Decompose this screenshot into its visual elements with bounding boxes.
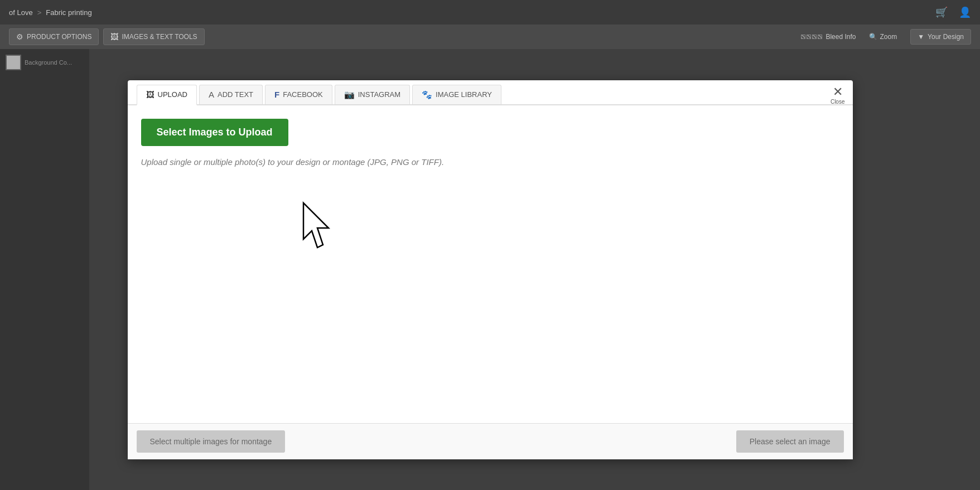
top-bar: of Love > Fabric printing 🛒 👤 [0, 0, 980, 25]
upload-tab-icon: 🖼 [146, 90, 155, 99]
svg-marker-0 [303, 203, 329, 248]
image-icon: 🖼 [110, 32, 118, 41]
please-select-image-label: Please select an image [750, 437, 831, 446]
your-design-label: Your Design [928, 33, 964, 41]
gear-icon: ⚙ [16, 32, 23, 41]
facebook-tab-label: FACEBOOK [283, 90, 323, 99]
close-label: Close [831, 99, 845, 105]
instagram-tab-icon: 📷 [344, 90, 355, 100]
modal-overlay: ✕ Close 🖼 UPLOAD A ADD TEXT f FACEBOOK [0, 49, 980, 490]
zoom-label: Zoom [880, 33, 897, 41]
tab-facebook[interactable]: f FACEBOOK [265, 85, 332, 104]
bleed-info-label: Bleed Info [825, 33, 856, 41]
upload-hint: Upload single or multiple photo(s) to yo… [141, 157, 839, 167]
modal-body: Select Images to Upload Upload single or… [128, 105, 853, 423]
product-options-label: PRODUCT OPTIONS [27, 33, 91, 41]
second-toolbar: ⚙ PRODUCT OPTIONS 🖼 IMAGES & TEXT TOOLS … [0, 25, 980, 49]
your-design-button[interactable]: ▼ Your Design [910, 29, 971, 45]
zoom-button[interactable]: 🔍 Zoom [869, 33, 897, 41]
main-area: Background Co... ✕ Close 🖼 UPLOAD A ADD … [0, 49, 980, 490]
bleed-info: Bleed Info [801, 33, 856, 41]
add-text-tab-label: ADD TEXT [218, 90, 253, 99]
upload-tab-label: UPLOAD [158, 90, 187, 99]
select-multiple-button[interactable]: Select multiple images for montage [137, 430, 286, 453]
modal-tabs: 🖼 UPLOAD A ADD TEXT f FACEBOOK 📷 INSTAGR… [128, 80, 853, 105]
cart-icon[interactable]: 🛒 [935, 6, 948, 18]
top-bar-right: 🛒 👤 [935, 6, 971, 18]
user-icon[interactable]: 👤 [959, 6, 971, 18]
breadcrumb: of Love > Fabric printing [9, 8, 92, 17]
images-text-tools-label: IMAGES & TEXT TOOLS [122, 33, 197, 41]
dropdown-icon: ▼ [918, 33, 924, 41]
images-text-tools-button[interactable]: 🖼 IMAGES & TEXT TOOLS [103, 28, 204, 45]
tab-instagram[interactable]: 📷 INSTAGRAM [335, 85, 410, 104]
zoom-icon: 🔍 [869, 33, 877, 41]
tab-upload[interactable]: 🖼 UPLOAD [137, 85, 197, 105]
breadcrumb-part1: of Love [9, 8, 33, 17]
tab-image-library[interactable]: 🐾 IMAGE LIBRARY [412, 85, 501, 104]
close-icon: ✕ [833, 86, 843, 98]
image-library-tab-label: IMAGE LIBRARY [436, 90, 492, 99]
instagram-tab-label: INSTAGRAM [358, 90, 400, 99]
breadcrumb-part2: Fabric printing [46, 8, 91, 17]
close-button[interactable]: ✕ Close [831, 86, 845, 105]
modal-dialog: ✕ Close 🖼 UPLOAD A ADD TEXT f FACEBOOK [128, 80, 853, 459]
breadcrumb-separator: > [37, 8, 42, 17]
add-text-tab-icon: A [209, 90, 214, 99]
select-multiple-label: Select multiple images for montage [150, 437, 272, 446]
tab-add-text[interactable]: A ADD TEXT [199, 85, 263, 104]
facebook-tab-icon: f [274, 90, 279, 99]
modal-footer: Select multiple images for montage Pleas… [128, 423, 853, 459]
bleed-pattern [801, 35, 822, 39]
cursor-overlay [301, 200, 345, 256]
toolbar-left: ⚙ PRODUCT OPTIONS 🖼 IMAGES & TEXT TOOLS [9, 28, 205, 45]
please-select-image-button[interactable]: Please select an image [736, 430, 844, 453]
image-library-tab-icon: 🐾 [422, 90, 432, 100]
product-options-button[interactable]: ⚙ PRODUCT OPTIONS [9, 28, 99, 45]
upload-button-label: Select Images to Upload [157, 127, 273, 138]
select-images-button[interactable]: Select Images to Upload [141, 119, 288, 146]
